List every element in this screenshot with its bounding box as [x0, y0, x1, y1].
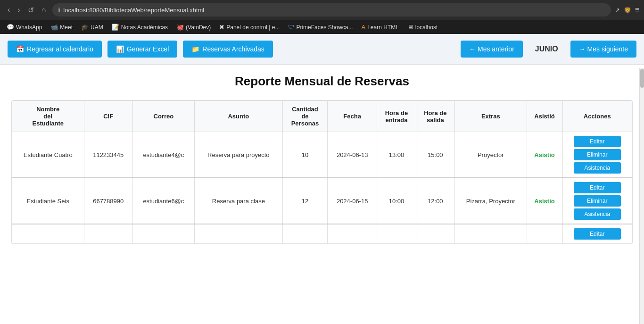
col-header-correo: Correo: [132, 101, 194, 132]
bookmark-learnhtml[interactable]: A Learn HTML: [358, 23, 401, 32]
acciones-cell: EditarEliminarAsistencia: [562, 178, 632, 224]
col-header-cantidad: CantidaddePersonas: [282, 101, 327, 132]
table-cell: 10: [282, 132, 327, 178]
month-label: JUNIO: [528, 45, 565, 53]
table-cell: 112233445: [84, 132, 132, 178]
scrollbar-thumb[interactable]: [640, 69, 644, 88]
nav-refresh-button[interactable]: ↺: [25, 5, 37, 16]
btn-asistencia[interactable]: Asistencia: [574, 162, 621, 174]
asistio-cell: [527, 224, 562, 244]
brave-icon: 🦁: [624, 7, 631, 14]
app-toolbar: 📅 Regresar al calendario 📊 Generar Excel…: [0, 34, 644, 65]
table-cell: [455, 224, 527, 244]
table-cell: 13:00: [377, 132, 416, 178]
table-cell: 10:00: [377, 178, 416, 224]
asistio-cell: Asistio: [527, 178, 562, 224]
bookmark-primefaces[interactable]: 🛡 PrimeFaces Showca...: [285, 23, 355, 32]
table-cell: 12:00: [416, 178, 454, 224]
col-header-asunto: Asunto: [194, 101, 282, 132]
btn-eliminar[interactable]: Eliminar: [574, 149, 621, 160]
table-cell: estudiante4@c: [132, 132, 194, 178]
table-cell: Estudiante Cuatro: [12, 132, 84, 178]
calendar-icon: 📅: [16, 45, 24, 53]
btn-editar[interactable]: Editar: [574, 228, 621, 240]
bookmark-vatodev[interactable]: 🐙 (VatoDev): [173, 23, 214, 32]
table-cell: 667788990: [84, 178, 132, 224]
table-cell: 2024-06-15: [328, 178, 377, 224]
btn-editar[interactable]: Editar: [574, 136, 621, 147]
bookmark-uam[interactable]: 🎓 UAM: [78, 23, 106, 32]
reservas-table: NombredelEstudiante CIF Correo Asunto Ca…: [12, 100, 632, 244]
page-title: Reporte Mensual de Reservas: [11, 74, 633, 89]
nav-home-button[interactable]: ⌂: [39, 5, 49, 16]
col-header-acciones: Acciones: [562, 101, 632, 132]
table-cell: Reserva para proyecto: [194, 132, 282, 178]
btn-generar-excel[interactable]: 📊 Generar Excel: [107, 41, 177, 58]
table-cell: 12: [282, 178, 327, 224]
table-cell: [12, 224, 84, 244]
table-cell: [84, 224, 132, 244]
table-cell: [282, 224, 327, 244]
table-cell: Estudiante Seis: [12, 178, 84, 224]
col-header-extras: Extras: [455, 101, 527, 132]
bookmark-whatsapp[interactable]: 💬 WhatsApp: [4, 23, 45, 32]
acciones-cell: Editar: [562, 224, 632, 244]
bookmark-localhost[interactable]: 🖥 localhost: [405, 23, 440, 32]
bookmark-meet[interactable]: 📹 Meet: [48, 23, 75, 32]
col-header-cif: CIF: [84, 101, 132, 132]
col-header-asistio: Asistió: [527, 101, 562, 132]
col-header-hora-salida: Hora desalida: [416, 101, 454, 132]
nav-back-button[interactable]: ‹: [5, 5, 13, 16]
btn-mes-siguiente[interactable]: → Mes siguiente: [570, 41, 636, 58]
reservas-table-container: NombredelEstudiante CIF Correo Asunto Ca…: [11, 100, 633, 244]
menu-icon[interactable]: ≡: [635, 6, 639, 14]
btn-reservas-archivadas[interactable]: 📁 Reservas Archivadas: [183, 41, 273, 58]
table-cell: [194, 224, 282, 244]
archive-icon: 📁: [191, 45, 199, 53]
btn-eliminar[interactable]: Eliminar: [574, 195, 621, 207]
excel-icon: 📊: [116, 45, 124, 53]
table-cell: [132, 224, 194, 244]
scrollbar[interactable]: [639, 68, 644, 324]
browser-icons: ↗ 🦁 ≡: [615, 6, 639, 14]
nav-forward-button[interactable]: ›: [15, 5, 23, 16]
col-header-fecha: Fecha: [328, 101, 377, 132]
table-cell: [328, 224, 377, 244]
asistio-cell: Asistio: [527, 132, 562, 178]
table-cell: [416, 224, 454, 244]
col-header-nombre: NombredelEstudiante: [12, 101, 84, 132]
btn-regresar-calendario[interactable]: 📅 Regresar al calendario: [8, 41, 102, 58]
table-cell: Pizarra, Proyector: [455, 178, 527, 224]
btn-editar[interactable]: Editar: [574, 182, 621, 193]
table-cell: [377, 224, 416, 244]
col-header-hora-entrada: Hora deentrada: [377, 101, 416, 132]
table-cell: 15:00: [416, 132, 454, 178]
table-cell: Proyector: [455, 132, 527, 178]
table-cell: 2024-06-13: [328, 132, 377, 178]
share-icon[interactable]: ↗: [615, 7, 620, 14]
table-cell: Reserva para clase: [194, 178, 282, 224]
acciones-cell: EditarEliminarAsistencia: [562, 132, 632, 178]
bookmarks-bar: 💬 WhatsApp 📹 Meet 🎓 UAM 📝 Notas Académic…: [0, 20, 644, 34]
btn-asistencia[interactable]: Asistencia: [574, 208, 621, 220]
btn-mes-anterior[interactable]: ← Mes anterior: [461, 41, 523, 58]
bookmark-panel[interactable]: ✖ Panel de control | e...: [216, 23, 282, 32]
bookmark-notas[interactable]: 📝 Notas Académicas: [109, 23, 171, 32]
url-text: localhost:8080/BibliotecaWeb/reporteMens…: [63, 7, 204, 14]
table-cell: estudiante6@c: [132, 178, 194, 224]
address-bar[interactable]: ℹ localhost:8080/BibliotecaWeb/reporteMe…: [52, 3, 611, 17]
